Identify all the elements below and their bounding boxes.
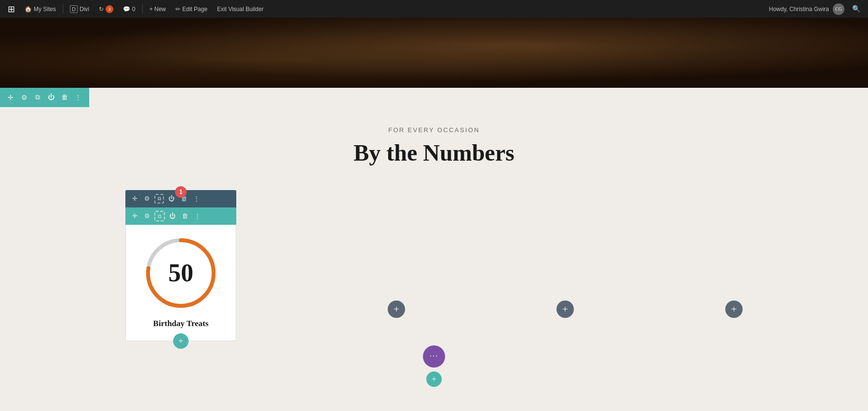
edit-page-label: Edit Page [182,6,207,13]
add-module-button[interactable]: + [173,333,189,349]
columns-container: ✛ ⚙ ⧉ ⏻ 🗑 ⋮ 1 ✛ ⚙ ⧉ ⏻ 🗑 ⋮ [96,190,772,341]
section-clone-icon[interactable]: ⧉ [32,92,43,103]
row-toolbar: ✛ ⚙ ⧉ ⏻ 🗑 ⋮ 1 [125,190,236,207]
circle-number: 50 [168,260,193,286]
updates-icon: ↻ [99,6,104,13]
module-clone-icon[interactable]: ⧉ [154,211,165,221]
module-settings-icon[interactable]: ⚙ [142,211,152,221]
module-disable-icon[interactable]: ⏻ [167,211,177,221]
row-more-icon[interactable]: ⋮ [191,193,202,204]
updates-count: 3 [106,5,113,13]
separator-2 [142,4,143,14]
bottom-buttons: ··· + [423,345,445,387]
hero-image-bg [0,18,868,88]
comments-menu[interactable]: 💬 0 [119,0,139,18]
my-sites-label: My Sites [34,6,56,13]
section-title: By the Numbers [10,139,858,166]
edit-page-link[interactable]: ✏ Edit Page [172,0,211,18]
section-label: FOR EVERY OCCASION [10,126,858,134]
search-icon[interactable]: 🔍 [848,5,864,13]
section-disable-icon[interactable]: ⏻ [45,92,57,103]
hero-image [0,18,868,88]
wp-logo[interactable]: ⊞ [4,0,19,18]
section-delete-icon[interactable]: 🗑 [59,92,70,103]
home-icon: 🏠 [25,6,32,13]
updates-menu[interactable]: ↻ 3 [95,0,117,18]
section-toolbar: ✛ ⚙ ⧉ ⏻ 🗑 ⋮ [0,88,89,107]
circle-chart: 50 [142,234,219,312]
module-label: Birthday Treats [153,319,209,329]
avatar[interactable]: CG [833,3,844,15]
dots-icon: ··· [430,352,438,361]
exit-vb-link[interactable]: Exit Visual Builder [213,0,268,18]
row-settings-icon[interactable]: ⚙ [142,193,152,204]
separator-1 [63,4,63,14]
divi-icon: D [70,5,78,13]
module-card-body: 50 Birthday Treats + [125,225,236,341]
col-add-btn-4[interactable]: + [725,301,743,318]
notification-badge: 1 [175,186,187,198]
module-more-icon[interactable]: ⋮ [192,211,203,221]
teal-add-button[interactable]: + [426,371,442,387]
col-add-btn-2[interactable]: + [388,301,405,318]
page-wrapper: ✛ ⚙ ⧉ ⏻ 🗑 ⋮ FOR EVERY OCCASION By the Nu… [0,0,868,397]
row-disable-icon[interactable]: ⏻ [166,193,176,204]
user-greeting: Howdy, Christina Gwira [769,6,829,13]
plus-icon: + [432,374,436,384]
wp-icon: ⊞ [8,4,15,14]
admin-bar: ⊞ 🏠 My Sites D Divi ↻ 3 💬 0 + New ✏ Edit… [0,0,868,18]
section-add-icon[interactable]: ✛ [5,92,16,103]
row-clone-icon[interactable]: ⧉ [154,194,164,204]
section-settings-icon[interactable]: ⚙ [18,92,30,103]
row-move-icon[interactable]: ✛ [129,193,140,204]
purple-action-button[interactable]: ··· [423,345,445,368]
new-label: + New [149,6,166,13]
admin-bar-right: Howdy, Christina Gwira CG 🔍 [769,3,864,15]
module-card-column-1: ✛ ⚙ ⧉ ⏻ 🗑 ⋮ 1 ✛ ⚙ ⧉ ⏻ 🗑 ⋮ [125,190,236,341]
comments-count: 0 [132,6,136,13]
module-move-icon[interactable]: ✛ [129,211,140,221]
module-toolbar: ✛ ⚙ ⧉ ⏻ 🗑 ⋮ [125,207,236,225]
section-more-icon[interactable]: ⋮ [72,92,84,103]
exit-vb-label: Exit Visual Builder [217,6,264,13]
my-sites-menu[interactable]: 🏠 My Sites [21,0,60,18]
main-content: FOR EVERY OCCASION By the Numbers ✛ ⚙ ⧉ … [0,107,868,397]
divi-menu[interactable]: D Divi [66,0,93,18]
new-menu[interactable]: + New [146,0,170,18]
module-delete-icon[interactable]: 🗑 [179,211,190,221]
pencil-icon: ✏ [176,6,180,13]
comments-icon: 💬 [123,6,130,13]
col-add-btn-3[interactable]: + [556,301,574,318]
divi-label: Divi [80,6,89,13]
